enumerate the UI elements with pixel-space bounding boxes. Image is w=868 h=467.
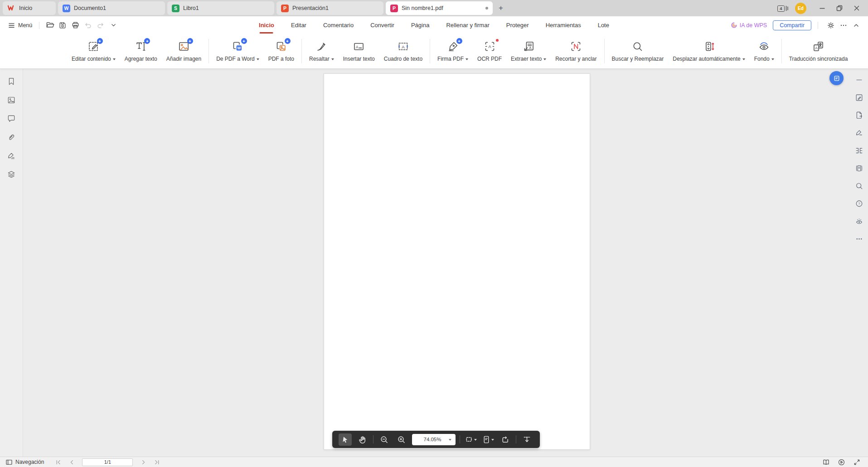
find-replace-button[interactable]: Buscar y Reemplazar [607,37,669,66]
group-divider [209,39,209,63]
collapse-panel-button[interactable] [853,75,865,85]
right-sidebar: ? [850,69,868,457]
ribbon-tab-convertir[interactable]: Convertir [370,16,394,34]
tab-label: Presentación1 [292,5,329,11]
quick-toolbar-dropdown[interactable] [107,19,120,31]
zoom-in-button[interactable] [395,433,408,446]
comments-panel-button[interactable] [5,114,18,124]
tab-sin-nombre1-pdf[interactable]: P Sin nombre1.pdf [386,1,493,15]
layers-panel-button[interactable] [5,169,18,179]
collapse-ribbon-button[interactable] [850,19,863,31]
ribbon-tab-herramientas[interactable]: Herramientas [546,16,581,34]
minimize-button[interactable] [814,1,831,15]
menu-button[interactable]: Menú [5,20,35,30]
page-options-button[interactable] [481,433,495,446]
hand-tool-button[interactable] [356,433,369,446]
auto-scroll-button[interactable]: Desplazar automáticamente [668,37,749,66]
signature-panel-button[interactable] [5,151,18,161]
ribbon-tab-rellenar-y-firmar[interactable]: Rellenar y firmar [446,16,489,34]
close-button[interactable] [848,1,865,15]
pdf-page[interactable] [324,73,590,450]
undo-button[interactable] [82,19,94,31]
tab-presentacion1[interactable]: P Presentación1 [276,1,383,15]
rotate-page-button[interactable] [499,433,512,446]
restore-button[interactable] [831,1,848,15]
wps-ai-button[interactable]: IA de WPS [731,22,767,29]
bookmarks-panel-button[interactable] [5,77,18,87]
document-canvas[interactable] [23,69,850,457]
pdf-sign-button[interactable]: Firma PDF [433,37,473,66]
save-button[interactable] [56,19,69,31]
read-mode-button[interactable] [820,457,832,467]
tab-list-button[interactable]: 4 [777,5,789,12]
crop-anchor-button[interactable]: Recortar y anclar [551,37,601,66]
previous-page-button[interactable] [65,457,78,467]
pdf-to-photo-button[interactable]: PDF a foto [264,37,299,66]
ocr-scan-icon: A [484,40,496,53]
compress-layout-button[interactable] [853,145,865,155]
zoom-out-button[interactable] [378,433,391,446]
text-box-button[interactable]: A Cuadro de texto [379,37,427,66]
tab-wps-home[interactable]: Inicio [3,1,56,15]
pdf-to-word-button[interactable]: W De PDF a Word [212,37,263,66]
dropdown-caret [771,58,774,60]
add-text-button[interactable]: Agregar texto [120,37,162,66]
next-page-button[interactable] [136,457,150,467]
insert-text-button[interactable]: A Insertar texto [339,37,379,66]
avatar[interactable]: Ed [795,3,806,14]
presentation-app-icon: P [281,5,289,12]
share-button[interactable]: Compartir [773,20,811,30]
tab-documento1[interactable]: W Documento1 [58,1,165,15]
background-button[interactable]: Fondo [750,37,779,66]
edit-content-button[interactable]: Editar contenido [67,37,120,66]
select-tool-button[interactable] [339,433,352,446]
dropdown-caret [742,58,745,60]
more-options-button[interactable] [837,19,850,31]
add-image-button[interactable]: Añadir imagen [162,37,206,66]
last-page-button[interactable] [150,457,164,467]
auto-scroll-dock-button[interactable] [520,433,533,446]
open-file-button[interactable] [44,19,56,31]
eye-protection-button[interactable] [853,216,865,226]
ocr-pdf-button[interactable]: A OCR PDF [473,37,506,66]
tab-libro1[interactable]: S Libro1 [167,1,274,15]
print-button[interactable] [69,19,82,31]
play-presentation-button[interactable] [835,457,847,467]
ribbon-tab-proteger[interactable]: Proteger [506,16,529,34]
ai-badge [456,38,462,44]
ribbon-tab-inicio[interactable]: Inicio [259,16,274,34]
ribbon-tab-editar[interactable]: Editar [291,16,306,34]
extract-text-button[interactable]: A Extraer texto [506,37,551,66]
svg-text:W: W [237,46,241,50]
attachments-panel-button[interactable] [5,132,18,142]
pdf-app-icon: P [390,5,398,12]
thumbnails-panel-button[interactable] [5,95,18,105]
ribbon-tab-pagina[interactable]: Página [411,16,429,34]
edit-page-button[interactable] [853,92,865,102]
ribbon-tab-lote[interactable]: Lote [598,16,609,34]
navigation-panel-toggle[interactable]: Navegación [5,459,44,466]
zoom-level-dropdown[interactable]: 74.05% [412,434,456,445]
snapshot-button[interactable] [853,163,865,173]
sync-translation-button[interactable]: A Traducción sincronizada [785,37,853,66]
more-tools-button[interactable] [853,234,865,244]
workspace: ? 74.05% [0,69,868,457]
new-tab-button[interactable]: + [495,2,507,14]
ribbon-tab-comentario[interactable]: Comentario [323,16,354,34]
sign-button[interactable] [853,128,865,138]
fullscreen-button[interactable] [851,457,863,467]
floating-assistant-button[interactable] [829,71,844,85]
settings-button[interactable] [824,19,837,31]
page-brackets-icon [855,164,863,173]
redo-button[interactable] [94,19,107,31]
text-box-icon: A [397,40,409,53]
first-page-button[interactable] [51,457,65,467]
highlight-button[interactable]: Resaltar [305,37,339,66]
search-panel-button[interactable] [853,181,865,191]
page-indicator[interactable]: 1/1 [82,458,133,466]
help-button[interactable]: ? [853,198,865,208]
left-sidebar [0,69,23,457]
export-document-button[interactable] [853,110,865,120]
crop-region-button[interactable] [464,433,477,446]
tab-label: Libro1 [183,5,199,11]
